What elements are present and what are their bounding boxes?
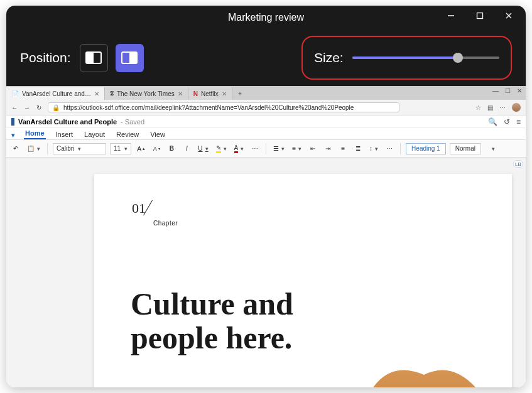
shrink-font-button[interactable]: A▾ [151, 143, 162, 154]
italic-button[interactable]: I [181, 143, 192, 154]
window-controls [437, 6, 523, 26]
refresh-button[interactable]: ↻ [36, 104, 41, 111]
word-app: VanArsdel Culture and People - Saved 🔍 ↺… [6, 115, 526, 387]
align-center-button[interactable]: ≣ [352, 143, 364, 154]
paste-button[interactable]: 📋 [25, 143, 42, 154]
browser-chrome-controls: — ☐ ✕ [492, 87, 522, 94]
browser-close-icon[interactable]: ✕ [517, 87, 522, 94]
browser-address-bar: ← → ↻ 🔒 https://outlook-sdf.office.com/m… [6, 100, 526, 115]
close-icon[interactable]: ✕ [178, 90, 183, 97]
browser-tab[interactable]: N Netflix ✕ [188, 87, 232, 100]
maximize-button[interactable] [465, 6, 494, 26]
doc-title: VanArsdel Culture and People [18, 118, 117, 126]
tab-label: VanArsdel Culture and peo… [22, 90, 91, 97]
favicon-icon: N [193, 90, 198, 97]
align-left-button[interactable]: ≡ [337, 143, 349, 154]
word-titlebar: VanArsdel Culture and People - Saved 🔍 ↺… [6, 116, 526, 128]
browser-minimize-icon[interactable]: — [492, 87, 499, 94]
grow-font-button[interactable]: A▴ [135, 143, 147, 154]
undo-button[interactable]: ↶ [10, 143, 21, 154]
more-icon[interactable]: ≡ [516, 117, 521, 126]
close-icon[interactable]: ✕ [222, 90, 227, 97]
tab-view[interactable]: View [149, 129, 166, 139]
numbering-button[interactable]: ≡ [290, 143, 303, 154]
chapter-label: Chapter [153, 220, 178, 227]
style-normal[interactable]: Normal [450, 143, 481, 154]
position-right-button[interactable] [116, 44, 144, 72]
browser-tab[interactable]: 📄 VanArsdel Culture and peo… ✕ [6, 87, 105, 100]
new-tab-button[interactable]: ＋ [232, 87, 247, 100]
bullets-button[interactable]: ☰ [271, 143, 286, 154]
styles-more-button[interactable] [487, 143, 499, 154]
browser: 📄 VanArsdel Culture and peo… ✕ 𝕿 The New… [6, 86, 526, 387]
header: Marketing review Position: [6, 6, 526, 86]
tab-review[interactable]: Review [115, 129, 140, 139]
size-slider[interactable] [352, 58, 499, 58]
person-photo [317, 369, 524, 387]
highlight-button[interactable]: ✎ [214, 143, 229, 154]
presence-badge[interactable]: LB [513, 160, 523, 168]
style-heading1[interactable]: Heading 1 [406, 143, 446, 154]
word-ribbon-tabs: ▾ Home Insert Layout Review View [6, 128, 526, 140]
browser-tabstrip: 📄 VanArsdel Culture and peo… ✕ 𝕿 The New… [6, 86, 526, 100]
close-button[interactable] [494, 6, 523, 26]
close-icon[interactable]: ✕ [94, 90, 99, 97]
slider-thumb[interactable] [453, 53, 463, 63]
more-paragraph-button[interactable]: ⋯ [384, 143, 395, 154]
profile-avatar[interactable] [512, 103, 521, 112]
minimize-button[interactable] [437, 6, 465, 26]
doc-page: 01 Chapter Culture andpeople here. [94, 174, 512, 387]
tab-layout[interactable]: Layout [83, 129, 106, 139]
favorite-icon[interactable]: ☆ [475, 104, 481, 111]
position-buttons [80, 44, 144, 72]
decrease-indent-button[interactable]: ⇤ [307, 143, 318, 154]
window-title: Marketing review [228, 12, 304, 23]
url-text: https://outlook-sdf.office.com/mail/deep… [63, 104, 354, 111]
favicon-icon: 𝕿 [110, 90, 114, 97]
app-window: Marketing review Position: [6, 6, 526, 387]
font-size-select[interactable]: 11 [110, 143, 131, 154]
browser-maximize-icon[interactable]: ☐ [505, 87, 511, 94]
font-family-select[interactable]: Calibri [53, 143, 106, 154]
back-button[interactable]: ← [11, 104, 18, 111]
save-state: - Saved [121, 118, 144, 126]
line-spacing-button[interactable]: ↕ [367, 143, 380, 154]
extensions-icon[interactable]: ▤ [487, 104, 493, 111]
word-ribbon: ↶ 📋 Calibri 11 A▴ A▾ B I U ✎ A ⋯ ☰ ≡ ⇤ ⇥… [6, 140, 526, 158]
word-logo-icon [11, 118, 14, 126]
tab-label: Netflix [201, 90, 219, 97]
underline-button[interactable]: U [196, 143, 210, 154]
lock-icon: 🔒 [52, 104, 60, 111]
title-bar: Marketing review [6, 6, 526, 30]
chapter-marker: 01 Chapter [132, 199, 178, 228]
doc-heading: Culture andpeople here. [131, 287, 293, 355]
bold-button[interactable]: B [166, 143, 177, 154]
file-menu[interactable]: ▾ [11, 131, 15, 139]
position-label: Position: [20, 50, 71, 65]
forward-button[interactable]: → [24, 104, 30, 111]
menu-icon[interactable]: ⋯ [499, 104, 506, 111]
search-icon[interactable]: 🔍 [488, 117, 497, 126]
url-field[interactable]: 🔒 https://outlook-sdf.office.com/mail/de… [48, 102, 399, 112]
tab-label: The New York Times [117, 90, 175, 97]
doc-canvas[interactable]: LB 01 Chapter Culture andpeople here. [6, 158, 526, 387]
overlay-toolbar: Position: Size: [6, 30, 526, 86]
size-group: Size: [301, 36, 512, 80]
tab-home[interactable]: Home [24, 128, 46, 139]
svg-rect-1 [477, 13, 483, 19]
browser-tab[interactable]: 𝕿 The New York Times ✕ [105, 87, 188, 100]
history-icon[interactable]: ↺ [504, 117, 510, 126]
more-font-button[interactable]: ⋯ [249, 143, 261, 154]
tab-insert[interactable]: Insert [55, 129, 75, 139]
size-label: Size: [314, 50, 344, 65]
font-color-button[interactable]: A [232, 143, 246, 154]
slider-fill [352, 57, 459, 59]
favicon-icon: 📄 [11, 90, 19, 97]
position-left-button[interactable] [80, 44, 108, 72]
increase-indent-button[interactable]: ⇥ [322, 143, 334, 154]
